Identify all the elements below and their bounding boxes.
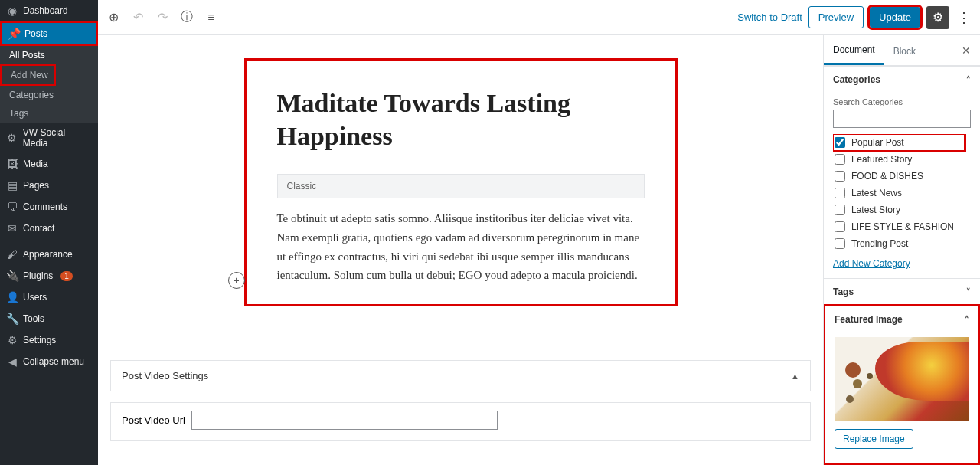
featured-image-thumbnail[interactable] (835, 337, 969, 421)
info-icon[interactable]: ⓘ (179, 10, 194, 25)
sidebar-item-posts[interactable]: 📌 Posts (0, 21, 98, 46)
close-sidebar-button[interactable]: ✕ (952, 38, 980, 63)
outline-icon[interactable]: ≡ (204, 10, 219, 25)
page-icon: ▤ (6, 179, 18, 192)
settings-sidebar: Document Block ✕ Categories ˄ Search Cat… (823, 35, 980, 465)
submenu-tags[interactable]: Tags (0, 104, 98, 123)
video-url-input[interactable] (191, 411, 498, 430)
category-item[interactable]: LIFE STYLE & FASHION (833, 218, 965, 235)
sidebar-item-social[interactable]: ⚙ VW Social Media (0, 123, 98, 153)
posts-submenu: All Posts Add New Categories Tags (0, 46, 98, 123)
more-options-button[interactable]: ⋮ (956, 9, 972, 26)
submenu-add-new[interactable]: Add New (0, 64, 56, 86)
categories-panel-header[interactable]: Categories ˄ (824, 66, 980, 93)
comment-icon: 🗨 (6, 201, 18, 213)
category-label: Trending Post (851, 238, 908, 249)
search-categories-input[interactable] (833, 110, 971, 128)
sidebar-label: Media (23, 159, 48, 169)
redo-icon[interactable]: ↷ (155, 10, 170, 25)
categories-panel-body: Search Categories Popular Post Featured … (824, 93, 980, 278)
tab-document[interactable]: Document (824, 35, 884, 65)
post-title[interactable]: Maditate Towards Lasting Happiness (277, 87, 645, 152)
sidebar-item-tools[interactable]: 🔧 Tools (0, 308, 98, 329)
category-item[interactable]: FOOD & DISHES (833, 168, 965, 185)
main-area: ⊕ ↶ ↷ ⓘ ≡ Switch to Draft Preview Update… (98, 0, 980, 465)
sidebar-item-plugins[interactable]: 🔌 Plugins 1 (0, 265, 98, 287)
category-item[interactable]: Featured Story (833, 151, 965, 168)
sidebar-item-dashboard[interactable]: ◉ Dashboard (0, 0, 98, 21)
replace-image-button[interactable]: Replace Image (835, 429, 913, 449)
sidebar-item-comments[interactable]: 🗨 Comments (0, 196, 98, 218)
category-checkbox[interactable] (835, 188, 845, 198)
panel-toggle[interactable]: Post Video Settings ▲ (111, 361, 810, 391)
sidebar-collapse[interactable]: ◀ Collapse menu (0, 351, 98, 372)
category-checkbox[interactable] (835, 171, 845, 182)
sidebar-label: Tools (23, 313, 44, 324)
category-label: Latest Story (851, 205, 900, 215)
post-video-settings-panel: Post Video Settings ▲ (110, 360, 811, 391)
panel-title: Tags (833, 287, 854, 297)
categories-list: Popular Post Featured Story FOOD & DISHE… (833, 134, 971, 252)
category-checkbox[interactable] (835, 221, 845, 232)
sidebar-item-users[interactable]: 👤 Users (0, 287, 98, 308)
category-label: LIFE STYLE & FASHION (851, 221, 954, 232)
category-item[interactable]: Latest News (833, 185, 965, 201)
category-checkbox[interactable] (835, 137, 845, 148)
plugins-update-badge: 1 (60, 271, 73, 281)
sidebar-label: Posts (24, 28, 47, 39)
classic-block-header[interactable]: Classic (277, 174, 645, 198)
submenu-all-posts[interactable]: All Posts (0, 46, 98, 64)
add-new-category-link[interactable]: Add New Category (833, 258, 910, 269)
chevron-up-icon: ▲ (791, 372, 799, 381)
settings-gear-button[interactable]: ⚙ (926, 6, 949, 29)
editor-content-frame: Maditate Towards Lasting Happiness Class… (244, 58, 678, 306)
category-item-popular-post[interactable]: Popular Post (833, 134, 965, 151)
editor-topbar: ⊕ ↶ ↷ ⓘ ≡ Switch to Draft Preview Update… (98, 0, 980, 35)
collapse-icon: ◀ (6, 355, 18, 368)
share-icon: ⚙ (6, 132, 18, 144)
tab-block[interactable]: Block (884, 37, 925, 64)
dashboard-icon: ◉ (6, 5, 18, 17)
add-block-icon[interactable]: ⊕ (106, 10, 121, 25)
category-label: FOOD & DISHES (851, 171, 923, 182)
category-checkbox[interactable] (835, 238, 845, 249)
sidebar-item-pages[interactable]: ▤ Pages (0, 175, 98, 196)
editor-scroll[interactable]: Maditate Towards Lasting Happiness Class… (98, 35, 823, 465)
category-checkbox[interactable] (835, 205, 845, 215)
add-block-handle[interactable]: + (228, 272, 245, 289)
preview-button[interactable]: Preview (808, 6, 864, 28)
chevron-down-icon: ˅ (966, 287, 971, 297)
category-item[interactable]: Trending Post (833, 235, 965, 252)
gear-icon: ⚙ (933, 10, 943, 25)
tags-panel-header[interactable]: Tags ˅ (824, 278, 980, 305)
admin-sidebar: ◉ Dashboard 📌 Posts All Posts Add New Ca… (0, 0, 98, 465)
sidebar-label: Users (23, 292, 47, 303)
video-url-label: Post Video Url (122, 414, 185, 426)
submenu-categories[interactable]: Categories (0, 86, 98, 104)
chevron-up-icon: ˄ (965, 315, 969, 325)
sidebar-item-contact[interactable]: ✉ Contact (0, 218, 98, 239)
sidebar-item-appearance[interactable]: 🖌 Appearance (0, 244, 98, 265)
post-body[interactable]: Te obtinuit ut adepto satis somno. Aliis… (277, 209, 645, 285)
category-label: Popular Post (851, 137, 904, 148)
category-label: Latest News (851, 188, 902, 198)
sidebar-item-media[interactable]: 🖾 Media (0, 153, 98, 175)
categories-scroll[interactable]: Popular Post Featured Story FOOD & DISHE… (833, 134, 971, 252)
undo-icon[interactable]: ↶ (130, 10, 145, 25)
category-checkbox[interactable] (835, 154, 845, 165)
post-video-url-panel: Post Video Url (110, 402, 811, 441)
category-label: Featured Story (851, 154, 912, 165)
category-item[interactable]: Latest Story (833, 201, 965, 218)
sidebar-label: Appearance (23, 249, 73, 260)
featured-image-header[interactable]: Featured Image ˄ (825, 306, 978, 332)
switch-to-draft-link[interactable]: Switch to Draft (737, 11, 802, 23)
sidebar-item-settings[interactable]: ⚙ Settings (0, 329, 98, 351)
sidebar-label: Dashboard (23, 5, 68, 16)
chevron-up-icon: ˄ (966, 75, 971, 85)
sidebar-tabs: Document Block ✕ (824, 35, 980, 66)
pin-icon: 📌 (8, 28, 20, 40)
sidebar-label: Comments (23, 201, 67, 212)
sidebar-label: Plugins (23, 270, 53, 281)
panel-title: Categories (833, 74, 880, 85)
update-button[interactable]: Update (870, 7, 920, 28)
